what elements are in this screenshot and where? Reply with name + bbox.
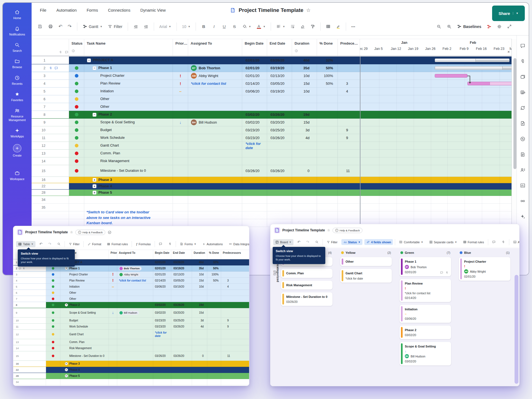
column-header-predecessors[interactable]: Predecessors	[221, 250, 249, 259]
expand-row-icon[interactable]: +	[93, 184, 96, 188]
sidebar-item-favorites[interactable]: Favorites	[3, 91, 32, 102]
table-row[interactable]: 15Milestone - Set Duration to 003/26/200…	[13, 351, 249, 361]
outdent-button[interactable]	[132, 23, 140, 30]
rail-proofs-icon[interactable]	[518, 73, 527, 81]
sidebar-item-notifications[interactable]: Notifications	[3, 26, 32, 36]
lane-header[interactable]: Blue(1)	[459, 251, 510, 254]
status-dot-red[interactable]	[52, 341, 54, 343]
strikethrough-button[interactable]: S	[231, 23, 238, 30]
panel-star-icon[interactable]: ☆	[327, 228, 330, 232]
table-row[interactable]: 28+Phase 5	[32, 190, 518, 196]
column-header--done[interactable]: % Done	[207, 250, 221, 259]
group-by-status-select[interactable]: Status▼	[341, 239, 362, 245]
help-feedback-button[interactable]: ? Help & Feedback	[332, 228, 363, 233]
column-header-priority[interactable]: Priority	[173, 39, 188, 56]
table-row[interactable]: 7Other	[32, 103, 518, 111]
undo-button[interactable]: ↶	[295, 239, 302, 245]
font-size-select[interactable]: 10▼	[181, 23, 192, 30]
table-row[interactable]: 10Budget03/23/2003/25/203d9	[32, 126, 518, 134]
settings-button[interactable]	[495, 23, 503, 30]
rail-attachments-icon[interactable]	[518, 57, 527, 66]
collapse-row-icon[interactable]: –	[93, 113, 96, 117]
filter-button[interactable]: Filter	[67, 241, 81, 247]
search-button[interactable]	[313, 239, 321, 245]
board-card[interactable]: Risk Management	[281, 281, 332, 290]
attachment-button[interactable]	[166, 241, 174, 247]
rail-activity-log-icon[interactable]	[518, 135, 527, 143]
table-row[interactable]: 7Other	[13, 296, 249, 302]
more-options-button[interactable]: •••	[350, 24, 357, 30]
sidebar-item-home[interactable]: Home	[3, 9, 32, 20]
table-row[interactable]: 34	[32, 196, 518, 204]
format-painter-button[interactable]	[309, 23, 316, 30]
column-header--done[interactable]: % Done	[317, 39, 338, 56]
assignee-pill[interactable]: Bill Hudson	[119, 311, 139, 315]
rail-contacts-icon[interactable]	[518, 166, 527, 174]
table-row[interactable]: 4Plan Review!*click for contact list02/1…	[13, 278, 249, 284]
table-row[interactable]: 3Project Charter!AWAbby Wright02/01/2002…	[32, 72, 518, 80]
status-dot-yellow[interactable]	[52, 333, 54, 336]
table-row[interactable]: 22+Phase 4	[32, 183, 518, 190]
column-header-duration[interactable]: Duration	[292, 39, 317, 56]
table-row[interactable]: 13Comm. Plan	[32, 150, 518, 157]
zoom-in-button[interactable]	[445, 23, 453, 30]
filter-button[interactable]: Filter	[106, 23, 124, 30]
rail-update-requests-icon[interactable]	[518, 104, 527, 112]
forms-button[interactable]: Forms▼	[178, 241, 198, 247]
rail-summary-icon[interactable]	[518, 150, 527, 159]
status-dot-red[interactable]	[52, 347, 54, 349]
favorite-star-icon[interactable]: ☆	[306, 7, 311, 13]
share-button[interactable]: Share ▼	[492, 6, 525, 21]
collapse-row-icon[interactable]: ▾	[65, 267, 68, 270]
italic-button[interactable]: I	[210, 23, 218, 30]
data-integrations-button[interactable]: Data Integrations▼	[227, 241, 249, 247]
rail-brand-icon[interactable]	[518, 88, 527, 97]
table-row[interactable]: 11Work Schedule03/23/2003/26/204d9	[13, 324, 249, 330]
date-link[interactable]: *click for date	[245, 142, 267, 149]
board-card[interactable]: Milestone - Set Duration to 003/26/20	[281, 292, 332, 306]
fields-shown-button[interactable]: 4 fields shown	[364, 239, 393, 245]
font-family-select[interactable]: Arial▼	[158, 23, 173, 30]
board-card[interactable]: Initiation–03/06/20	[400, 305, 451, 323]
board-card[interactable]: Plan Review!*click for contact list02/14…	[400, 279, 451, 302]
column-header-assigned-to[interactable]: Assigned To	[117, 250, 153, 259]
status-dot-green[interactable]	[75, 128, 78, 132]
table-row[interactable]: 13Comm. Plan	[13, 339, 249, 345]
density-select[interactable]: Comfortable▼	[397, 239, 425, 245]
collapse-row-icon[interactable]: –	[87, 58, 91, 62]
column-header-priority[interactable]: Priority	[109, 250, 117, 259]
table-row[interactable]: 34	[13, 379, 249, 385]
status-dot-blue[interactable]	[52, 273, 54, 276]
expand-row-icon[interactable]: +	[93, 191, 96, 195]
attachment-button[interactable]	[500, 239, 507, 245]
align-button[interactable]: ▼	[275, 23, 287, 30]
collapse-row-icon[interactable]: –	[93, 66, 96, 70]
table-row[interactable]: 14Risk Management	[32, 157, 518, 165]
status-dot-green[interactable]	[75, 121, 78, 124]
table-row[interactable]: 9Scope & Goal Setting↓BHBill Hudson03/02…	[32, 119, 518, 126]
fullscreen-button[interactable]	[506, 23, 513, 30]
table-row[interactable]: 15Milestone - Set Duration to 003/26/200…	[32, 165, 518, 177]
status-dot-red[interactable]	[52, 298, 54, 300]
table-row[interactable]: 9Scope & Goal Setting↓Bill Hudson03/02/2…	[13, 308, 249, 318]
status-dot-red[interactable]	[75, 169, 78, 173]
expand-row-icon[interactable]: ▸	[65, 362, 68, 365]
contact-link[interactable]: *click for contact list	[119, 279, 146, 282]
sidebar-item-resource-management[interactable]: Resource Management	[3, 108, 32, 122]
status-dot-yellow[interactable]	[75, 97, 78, 101]
table-row[interactable]: 16▸Phase 3	[13, 361, 249, 367]
table-row[interactable]: 2–Phase 1BTBob Thorton02/01/2003/19/2035…	[32, 64, 518, 72]
board-card[interactable]: Project Charter!AWAbby Wright02/01/20	[459, 257, 510, 281]
redo-button[interactable]: ↷	[66, 23, 73, 30]
fill-color-button[interactable]: ▼	[241, 23, 252, 30]
underline-button[interactable]: U	[220, 23, 228, 30]
assignee-pill[interactable]: Bob Thorton	[119, 267, 142, 270]
analyze-data-button[interactable]: Analyze Data	[511, 239, 519, 245]
status-dot-green[interactable]	[52, 304, 54, 306]
status-dot-yellow[interactable]	[52, 291, 54, 294]
expand-row-icon[interactable]: ▸	[65, 374, 68, 377]
column-header-begin-date[interactable]: Begin Date	[153, 250, 171, 259]
format-button[interactable]: Format	[86, 241, 103, 247]
status-dot-red[interactable]	[75, 152, 78, 155]
column-header-begin-date[interactable]: Begin Date	[242, 39, 267, 56]
